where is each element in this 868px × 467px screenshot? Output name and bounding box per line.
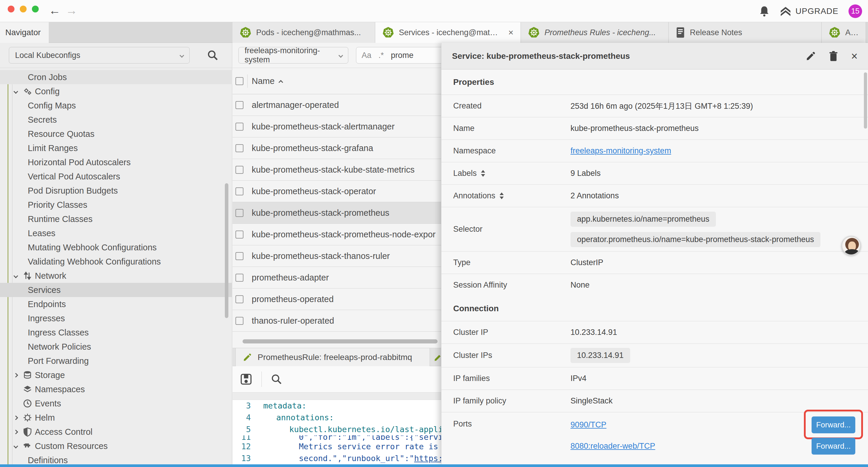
sidebar-item-pod-disruption-budgets[interactable]: Pod Disruption Budgets xyxy=(0,183,232,198)
sidebar-item-horizontal-pod-autoscalers[interactable]: Horizontal Pod Autoscalers xyxy=(0,155,232,169)
window-minimize-button[interactable] xyxy=(20,6,27,12)
tab-services-icecheng-math[interactable]: Services - icecheng@math...× xyxy=(375,22,521,43)
resource-search-input[interactable]: Aa .* prome xyxy=(356,47,445,63)
sidebar-item-limit-ranges[interactable]: Limit Ranges xyxy=(0,141,232,155)
row-checkbox[interactable] xyxy=(236,144,243,152)
sidebar-item-storage[interactable]: Storage xyxy=(0,368,232,382)
table-row[interactable]: kube-prometheus-stack-alertmanager xyxy=(232,116,441,138)
code-link[interactable]: https://net xyxy=(414,454,441,463)
forward-arrow-icon[interactable]: → xyxy=(66,3,78,18)
bell-icon[interactable] xyxy=(759,5,770,17)
horizontal-scrollbar[interactable] xyxy=(243,339,438,344)
sidebar-item-vertical-pod-autoscalers[interactable]: Vertical Pod Autoscalers xyxy=(0,169,232,183)
regex-toggle[interactable]: .* xyxy=(378,51,384,60)
next-editor-tab-partial[interactable] xyxy=(430,348,441,367)
table-row[interactable]: kube-prometheus-stack-thanos-ruler xyxy=(232,245,441,267)
back-arrow-icon[interactable]: ← xyxy=(49,3,61,18)
sidebar-item-leases[interactable]: Leases xyxy=(0,226,232,240)
namespace-link[interactable]: freeleaps-monitoring-system xyxy=(570,146,671,155)
table-row[interactable]: prometheus-operated xyxy=(232,289,441,310)
select-all-checkbox[interactable] xyxy=(236,77,243,85)
kubeconfig-selector[interactable]: Local Kubeconfigs xyxy=(9,47,190,63)
sidebar-search-icon[interactable] xyxy=(207,49,219,61)
table-row[interactable]: thanos-ruler-operated xyxy=(232,310,441,332)
sidebar-item-label: Network xyxy=(0,271,66,281)
port-link[interactable]: 9090/TCP xyxy=(570,420,607,430)
sidebar-item-resource-quotas[interactable]: Resource Quotas xyxy=(0,127,232,141)
sort-updown-icon[interactable] xyxy=(481,170,485,177)
sidebar-item-endpoints[interactable]: Endpoints xyxy=(0,297,232,311)
row-checkbox[interactable] xyxy=(236,166,243,174)
sidebar-item-helm[interactable]: Helm xyxy=(0,411,232,425)
service-name: prometheus-adapter xyxy=(252,273,329,283)
row-checkbox[interactable] xyxy=(236,187,243,195)
user-avatar[interactable] xyxy=(841,236,861,255)
edit-pencil-icon[interactable] xyxy=(806,51,816,61)
tab-close-icon[interactable]: × xyxy=(508,28,514,37)
sidebar-item-runtime-classes[interactable]: Runtime Classes xyxy=(0,212,232,226)
sidebar-item-config-maps[interactable]: Config Maps xyxy=(0,98,232,113)
yaml-editor[interactable]: 3metadata:4annotations:5kubectl.kubernet… xyxy=(232,400,441,465)
namespace-filter[interactable]: freeleaps-monitoring-system xyxy=(239,47,348,63)
forward-button[interactable]: Forward... xyxy=(812,438,855,455)
sidebar-item-namespaces[interactable]: Namespaces xyxy=(0,382,232,396)
table-row[interactable]: alertmanager-operated xyxy=(232,94,441,116)
sidebar-item-priority-classes[interactable]: Priority Classes xyxy=(0,198,232,212)
row-checkbox[interactable] xyxy=(236,252,243,260)
sidebar-item-custom-resources[interactable]: Custom Resources xyxy=(0,439,232,453)
sidebar-item-config[interactable]: Config xyxy=(0,84,232,98)
sidebar-item-network-policies[interactable]: Network Policies xyxy=(0,340,232,354)
sidebar-item-validating-webhook-configurations[interactable]: Validating Webhook Configurations xyxy=(0,255,232,269)
editor-search-icon[interactable] xyxy=(271,373,282,385)
save-icon[interactable] xyxy=(240,373,253,386)
search-value: prome xyxy=(391,51,414,60)
row-checkbox[interactable] xyxy=(236,101,243,109)
forward-button[interactable]: Forward... xyxy=(812,416,855,433)
tab-argo-se[interactable]: Argo Se xyxy=(822,22,866,43)
close-icon[interactable]: × xyxy=(851,51,858,61)
row-checkbox[interactable] xyxy=(236,123,243,130)
sidebar-item-ingress-classes[interactable]: Ingress Classes xyxy=(0,325,232,340)
row-checkbox[interactable] xyxy=(236,295,243,303)
table-row[interactable]: kube-prometheus-stack-grafana xyxy=(232,138,441,159)
sidebar-item-label: Secrets xyxy=(0,115,57,125)
tab-release-notes[interactable]: Release Notes xyxy=(669,22,822,43)
sidebar-item-label: Priority Classes xyxy=(0,200,87,210)
tab-prometheus-rules-icecheng[interactable]: Prometheus Rules - icecheng... xyxy=(521,22,669,43)
sort-updown-icon[interactable] xyxy=(500,193,504,199)
table-row[interactable]: kube-prometheus-stack-prometheus-node-ex… xyxy=(232,224,441,245)
sidebar-scrollbar[interactable] xyxy=(225,183,228,318)
details-scrollbar[interactable] xyxy=(864,72,867,128)
sidebar-item-services[interactable]: Services xyxy=(0,283,232,297)
sidebar-item-port-forwarding[interactable]: Port Forwarding xyxy=(0,354,232,368)
row-checkbox[interactable] xyxy=(236,231,243,238)
row-checkbox[interactable] xyxy=(236,317,243,325)
table-row[interactable]: kube-prometheus-stack-operator xyxy=(232,181,441,202)
table-row[interactable]: kube-prometheus-stack-kube-state-metrics xyxy=(232,159,441,181)
window-zoom-button[interactable] xyxy=(32,6,39,12)
name-column-header[interactable]: Name xyxy=(252,76,282,86)
sidebar-item-access-control[interactable]: Access Control xyxy=(0,425,232,439)
sidebar-item-ingresses[interactable]: Ingresses xyxy=(0,311,232,325)
code-text: second.","runbook_url":"https://net xyxy=(261,453,441,464)
window-close-button[interactable] xyxy=(8,6,14,12)
tab-pods-icecheng-mathmas[interactable]: Pods - icecheng@mathmas... xyxy=(232,22,375,43)
tab-navigator[interactable]: Navigator xyxy=(0,22,49,43)
service-name: kube-prometheus-stack-operator xyxy=(252,186,376,196)
sidebar-item-mutating-webhook-configurations[interactable]: Mutating Webhook Configurations xyxy=(0,240,232,255)
sidebar-item-events[interactable]: Events xyxy=(0,396,232,411)
row-checkbox[interactable] xyxy=(236,274,243,282)
sidebar-item-cron-jobs[interactable]: Cron Jobs xyxy=(0,70,232,84)
sidebar-item-secrets[interactable]: Secrets xyxy=(0,113,232,127)
match-case-toggle[interactable]: Aa xyxy=(362,51,371,60)
notification-badge[interactable]: 15 xyxy=(848,4,862,18)
table-row[interactable]: kube-prometheus-stack-prometheus xyxy=(232,202,441,224)
sidebar-item-definitions[interactable]: Definitions xyxy=(0,453,232,465)
delete-trash-icon[interactable] xyxy=(829,51,838,61)
port-link[interactable]: 8080:reloader-web/TCP xyxy=(570,442,655,451)
prometheusrule-editor-tab[interactable]: PrometheusRule: freeleaps-prod-rabbitmq xyxy=(236,348,430,367)
upgrade-button[interactable]: UPGRADE xyxy=(780,6,838,17)
table-row[interactable]: prometheus-adapter xyxy=(232,267,441,289)
row-checkbox[interactable] xyxy=(236,209,243,217)
sidebar-item-network[interactable]: Network xyxy=(0,269,232,283)
